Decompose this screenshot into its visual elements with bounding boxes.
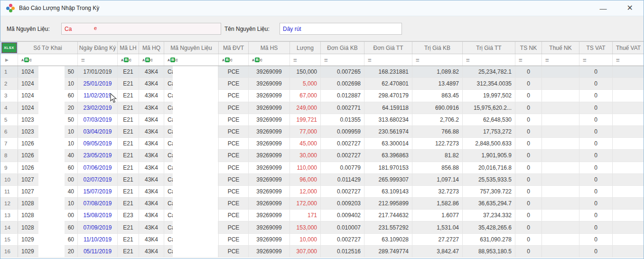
cell-tri_gia_kb[interactable]: 1,582.86 bbox=[412, 198, 463, 209]
cell-don_gia_tt[interactable]: 181.970153 bbox=[364, 162, 412, 173]
cell-don_gia_kb[interactable]: 0.009402 bbox=[321, 210, 364, 221]
cell-luong[interactable]: 12,000 bbox=[290, 186, 321, 197]
cell-ts_vat[interactable]: 0 bbox=[579, 102, 613, 114]
cell-tri_gia_tt[interactable]: 25,535,933.5 bbox=[463, 174, 515, 185]
filter-cell-ts_vat[interactable]: = bbox=[579, 54, 613, 66]
export-xlsx-button[interactable]: XLSX bbox=[2, 43, 17, 53]
cell-ma_dvt[interactable]: PCE bbox=[219, 174, 249, 185]
cell-ma_lh[interactable]: E21 bbox=[118, 198, 139, 209]
cell-ma_hs[interactable]: 39269099 bbox=[249, 126, 290, 137]
cell-thue_vat[interactable] bbox=[613, 246, 644, 257]
text-filter-icon[interactable]: ABC bbox=[121, 58, 131, 62]
filter-cell-so_to_khai[interactable]: ABC bbox=[18, 54, 78, 66]
cell-don_gia_kb[interactable]: 0.012516 bbox=[321, 246, 364, 257]
cell-don_gia_tt[interactable]: 63.109143 bbox=[364, 186, 412, 197]
cell-tri_gia_tt[interactable]: 2,848,500.633 bbox=[463, 138, 515, 149]
cell-ngay_dang_ky[interactable]: 03/04/2019 bbox=[78, 126, 118, 137]
cell-ts_vat[interactable]: 0 bbox=[579, 246, 613, 257]
cell-don_gia_kb[interactable]: 0.002727 bbox=[321, 234, 364, 245]
cell-luong[interactable]: 150,000 bbox=[290, 66, 321, 77]
column-header-tri_gia_kb[interactable]: Trị Giá KB bbox=[412, 42, 463, 54]
cell-don_gia_tt[interactable]: 212.995899 bbox=[364, 198, 412, 209]
cell-luong[interactable]: 96,000 bbox=[290, 174, 321, 185]
cell-ma_lh[interactable]: E21 bbox=[118, 138, 139, 149]
cell-ts_nk[interactable]: 0 bbox=[515, 210, 542, 221]
filter-cell-ma_lh[interactable]: ABC bbox=[118, 54, 139, 66]
material-code-input[interactable]: Ca e bbox=[61, 23, 221, 35]
cell-tri_gia_tt[interactable]: 1,901,905.9 bbox=[463, 150, 515, 161]
cell-ma_lh[interactable]: E21 bbox=[118, 150, 139, 161]
cell-ts_vat[interactable]: 0 bbox=[579, 78, 613, 89]
cell-tri_gia_tt[interactable]: 36,635,294.7 bbox=[463, 198, 515, 209]
equals-filter-icon[interactable]: = bbox=[81, 57, 85, 64]
cell-thue_vat[interactable] bbox=[613, 234, 644, 245]
cell-ts_vat[interactable]: 0 bbox=[579, 138, 613, 149]
cell-ngay_dang_ky[interactable]: 07/09/2019 bbox=[78, 221, 118, 233]
filter-cell-ma_hs[interactable]: ABC bbox=[249, 54, 290, 66]
cell-ma_hq[interactable]: 43K4 bbox=[139, 221, 164, 233]
cell-ts_vat[interactable]: 0 bbox=[579, 174, 613, 185]
cell-ma_hq[interactable]: 43K4 bbox=[139, 246, 164, 257]
cell-ma_hs[interactable]: 39269099 bbox=[249, 210, 290, 221]
cell-tri_gia_tt[interactable]: 17,753,272 bbox=[463, 126, 515, 137]
cell-luong[interactable]: 199,721 bbox=[290, 114, 321, 125]
cell-ts_vat[interactable]: 0 bbox=[579, 114, 613, 125]
cell-don_gia_tt[interactable]: 217.744632 bbox=[364, 210, 412, 221]
cell-thue_nk[interactable] bbox=[542, 90, 579, 101]
cell-tri_gia_kb[interactable]: 1.6077 bbox=[412, 210, 463, 221]
minimize-button[interactable]: — bbox=[600, 5, 607, 12]
cell-ngay_dang_ky[interactable]: 15/08/2019 bbox=[78, 210, 118, 221]
cell-thue_vat[interactable] bbox=[613, 174, 644, 185]
cell-don_gia_kb[interactable]: 0.002771 bbox=[321, 102, 364, 114]
cell-tri_gia_tt[interactable]: 37,234.332 bbox=[463, 210, 515, 221]
table-row[interactable]: 310246011/02/2019E2143K4CaPCE3926909967,… bbox=[0, 90, 644, 102]
table-row[interactable]: 1110274015/07/2019E2143K4CaPCE3926909912… bbox=[0, 186, 644, 198]
cell-ma_hq[interactable]: 43K4 bbox=[139, 102, 164, 114]
cell-ngay_dang_ky[interactable]: 07/03/2019 bbox=[78, 114, 118, 125]
column-header-ma_lh[interactable]: Mã LH bbox=[118, 42, 139, 54]
cell-thue_vat[interactable] bbox=[613, 78, 644, 89]
column-header-ts_nk[interactable]: TS NK bbox=[515, 42, 542, 54]
cell-luong[interactable]: 171 bbox=[290, 210, 321, 221]
column-header-ngay_dang_ky[interactable]: Ngày Đăng Ký bbox=[78, 42, 118, 54]
cell-ngay_dang_ky[interactable]: 23/02/2019 bbox=[78, 102, 118, 114]
cell-ts_vat[interactable]: 0 bbox=[579, 162, 613, 173]
cell-ma_dvt[interactable]: PCE bbox=[219, 90, 249, 101]
cell-tri_gia_kb[interactable]: 766.88 bbox=[412, 126, 463, 137]
cell-ts_vat[interactable]: 0 bbox=[579, 126, 613, 137]
cell-ma_hs[interactable]: 39269099 bbox=[249, 138, 290, 149]
cell-tri_gia_tt[interactable]: 88,953,180.5 bbox=[463, 246, 515, 257]
table-row[interactable]: 1210281007/08/2019E2143K4CaPCE3926909917… bbox=[0, 198, 644, 210]
cell-tri_gia_kb[interactable]: 122.7273 bbox=[412, 138, 463, 149]
cell-tri_gia_kb[interactable]: 1,089.82 bbox=[412, 66, 463, 77]
cell-ngay_dang_ky[interactable]: 05/11/2019 bbox=[78, 246, 118, 257]
cell-don_gia_tt[interactable]: 298.470179 bbox=[364, 90, 412, 101]
cell-ma_hs[interactable]: 39269099 bbox=[249, 78, 290, 89]
equals-filter-icon[interactable]: = bbox=[324, 57, 328, 64]
cell-ma_dvt[interactable]: PCE bbox=[219, 210, 249, 221]
cell-ts_nk[interactable]: 0 bbox=[515, 221, 542, 233]
cell-luong[interactable]: 30,000 bbox=[290, 150, 321, 161]
filter-cell-tri_gia_kb[interactable]: = bbox=[412, 54, 463, 66]
cell-ma_hq[interactable]: 43K4 bbox=[139, 234, 164, 245]
cell-tri_gia_kb[interactable]: 1,531.04 bbox=[412, 221, 463, 233]
cell-don_gia_kb[interactable]: 0.01355 bbox=[321, 114, 364, 125]
cell-tri_gia_tt[interactable]: 757,309.722 bbox=[463, 186, 515, 197]
cell-ma_lh[interactable]: E21 bbox=[118, 221, 139, 233]
cell-thue_vat[interactable] bbox=[613, 66, 644, 77]
cell-thue_nk[interactable] bbox=[542, 234, 579, 245]
cell-thue_vat[interactable] bbox=[613, 186, 644, 197]
cell-ma_dvt[interactable]: PCE bbox=[219, 234, 249, 245]
table-row[interactable]: 710261009/05/2019E2143K4CaPCE3926909945,… bbox=[0, 138, 644, 150]
cell-ngay_dang_ky[interactable]: 23/05/2019 bbox=[78, 150, 118, 161]
cell-thue_nk[interactable] bbox=[542, 102, 579, 114]
cell-ma_hq[interactable]: 43K4 bbox=[139, 162, 164, 173]
cell-ma_hs[interactable]: 39269099 bbox=[249, 174, 290, 185]
cell-ma_hs[interactable]: 39269099 bbox=[249, 66, 290, 77]
cell-ma_lh[interactable]: E21 bbox=[118, 186, 139, 197]
cell-thue_nk[interactable] bbox=[542, 162, 579, 173]
filter-cell-ma_dvt[interactable]: ABC bbox=[219, 54, 249, 66]
cell-thue_nk[interactable] bbox=[542, 174, 579, 185]
filter-cell-tri_gia_tt[interactable]: = bbox=[463, 54, 515, 66]
cell-thue_nk[interactable] bbox=[542, 126, 579, 137]
